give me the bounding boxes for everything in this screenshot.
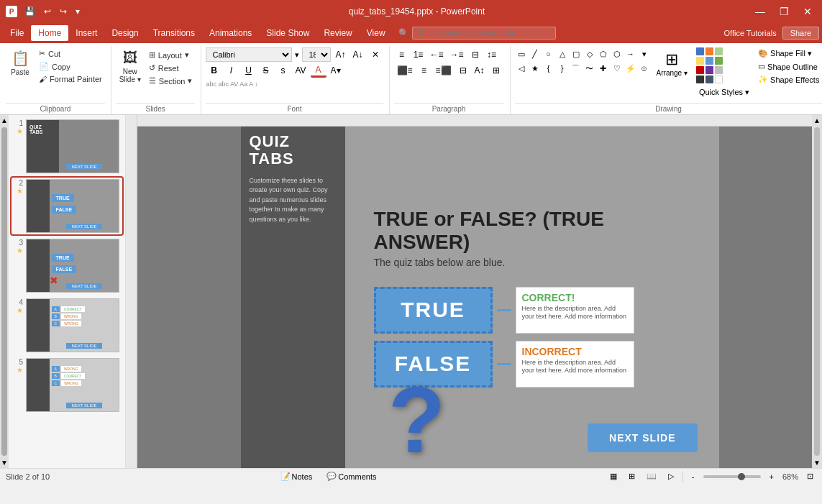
scroll-down-button[interactable]: ▼ [0,457,9,468]
copy-button[interactable]: 📄 Copy [36,60,105,73]
menu-review[interactable]: Review [316,25,359,41]
font-family-select[interactable]: Calibri [206,47,292,62]
layout-button[interactable]: ⊞ Layout ▾ [146,49,196,61]
slide-thumb-1[interactable]: 1 ★ QUIZTABS NEXT SLIDE [12,118,122,175]
shape-outline-button[interactable]: ▭ Shape Outline [755,60,822,73]
slideshow-button[interactable]: ▷ [665,471,677,482]
numbering-button[interactable]: 1≡ [411,47,426,62]
slide-canvas[interactable]: QUIZTABS Customize these slides to creat… [241,122,719,469]
redo-button[interactable]: ↪ [57,5,70,18]
clear-format-button[interactable]: ✕ [367,47,383,62]
align-left-button[interactable]: ⬛≡ [394,63,416,78]
slide-thumb-3[interactable]: 3 ★ TRUE FALSE ✖ NEXT SLIDE [12,237,122,294]
shape-arc[interactable]: ⌒ [570,62,583,75]
shape-triangle[interactable]: △ [556,47,569,60]
font-color-button[interactable]: A [311,63,326,78]
vscroll-down-button[interactable]: ▼ [812,457,822,468]
zoom-out-button[interactable]: - [689,472,698,482]
scroll-up-button[interactable]: ▲ [0,115,9,126]
italic-button[interactable]: I [223,63,239,78]
shape-heart[interactable]: ♡ [611,62,624,75]
reset-button[interactable]: ↺ Reset [146,62,196,74]
text-direction-button[interactable]: A↕ [472,63,488,78]
menu-slideshow[interactable]: Slide Show [259,25,316,41]
normal-view-button[interactable]: ▦ [607,471,620,482]
menu-view[interactable]: View [360,25,393,41]
bold-button[interactable]: B [206,63,222,78]
paste-button[interactable]: 📋 Paste [6,47,35,78]
strikethrough-button[interactable]: S [257,63,273,78]
shape-hexagon[interactable]: ⬡ [611,47,624,60]
cut-button[interactable]: ✂ Cut [36,47,105,60]
shape-more[interactable]: ▾ [638,47,651,60]
shape-bracket[interactable]: { [542,62,555,75]
menu-design[interactable]: Design [104,25,145,41]
highlight-button[interactable]: A▾ [328,63,344,78]
save-button[interactable]: 💾 [22,5,38,18]
slides-scroll[interactable]: ▲ ▼ [0,115,9,468]
menu-insert[interactable]: Insert [68,25,104,41]
font-size-select[interactable]: 18 [302,47,331,62]
close-button[interactable]: ✕ [799,4,816,19]
shape-rect[interactable]: ▭ [515,47,528,60]
slide-sorter-button[interactable]: ⊞ [626,471,638,482]
shape-fill-button[interactable]: 🎨 Shape Fill ▾ [755,47,822,60]
slide-thumb-4[interactable]: 4 ★ ACORRECT BWRONG CWRONG [12,297,122,354]
shadow-button[interactable]: s [275,63,291,78]
shape-brace[interactable]: } [556,62,569,75]
columns-button[interactable]: ⊟ [467,47,483,62]
shape-star[interactable]: ★ [529,62,542,75]
reading-view-button[interactable]: 📖 [644,471,659,482]
align-right-button[interactable]: ≡⬛ [433,63,455,78]
line-spacing-button[interactable]: ↕≡ [484,47,500,62]
section-button[interactable]: ☰ Section ▾ [146,75,196,87]
shape-arrow[interactable]: → [624,47,637,60]
next-slide-button[interactable]: NEXT SLIDE [588,423,697,452]
minimize-button[interactable]: — [751,4,770,19]
customize-button[interactable]: ▾ [73,5,83,18]
increase-font-button[interactable]: A↑ [332,47,348,62]
smart-art-button[interactable]: ⊞ [488,63,504,78]
vscroll-up-button[interactable]: ▲ [812,115,822,126]
shape-pentagon[interactable]: ⬠ [597,47,610,60]
notes-button[interactable]: 📝 Notes [278,471,316,482]
bullets-button[interactable]: ≡ [394,47,410,62]
shape-callout[interactable]: ◁ [515,62,528,75]
decrease-font-button[interactable]: A↓ [350,47,365,62]
shape-lightning[interactable]: ⚡ [624,62,637,75]
shape-diamond[interactable]: ◇ [583,47,596,60]
zoom-slider[interactable] [703,475,761,478]
underline-button[interactable]: U [240,63,256,78]
undo-button[interactable]: ↩ [41,5,54,18]
decrease-indent-button[interactable]: ←≡ [427,47,447,62]
new-slide-button[interactable]: 🖼 NewSlide ▾ [116,47,145,86]
comments-button[interactable]: 💬 Comments [324,471,379,482]
slide-thumb-2[interactable]: 2 ★ TRUE FALSE NEXT SLIDE [12,178,122,234]
menu-home[interactable]: Home [31,25,68,41]
office-tutorials-button[interactable]: Office Tutorials [723,29,776,37]
arrange-button[interactable]: ⊞ Arrange ▾ [654,47,690,80]
search-input[interactable] [412,27,556,40]
menu-transitions[interactable]: Transitions [146,25,202,41]
shape-wave[interactable]: 〜 [583,62,596,75]
justify-button[interactable]: ⊟ [455,63,471,78]
shape-smiley[interactable]: ☺ [638,62,651,75]
increase-indent-button[interactable]: →≡ [447,47,467,62]
align-center-button[interactable]: ≡ [416,63,432,78]
shape-effects-button[interactable]: ✨ Shape Effects [755,73,822,86]
spacing-button[interactable]: AV [292,63,309,78]
shape-oval[interactable]: ○ [542,47,555,60]
zoom-in-button[interactable]: + [767,472,777,482]
share-button[interactable]: Share [782,27,819,40]
menu-animations[interactable]: Animations [202,25,259,41]
vertical-scroll[interactable]: ▲ ▼ [812,115,822,468]
slide-thumb-5[interactable]: 5 ★ AWRONG BCORRECT CWRONG [12,357,122,413]
quick-styles-button[interactable]: Quick Styles ▾ [696,86,752,98]
fit-page-button[interactable]: ⊡ [804,471,816,482]
shape-cross[interactable]: ✚ [597,62,610,75]
format-painter-button[interactable]: 🖌 Format Painter [36,73,105,85]
menu-file[interactable]: File [3,25,31,41]
shape-rounded-rect[interactable]: ▢ [570,47,583,60]
restore-button[interactable]: ❐ [775,4,793,19]
shape-line[interactable]: ╱ [529,47,542,60]
